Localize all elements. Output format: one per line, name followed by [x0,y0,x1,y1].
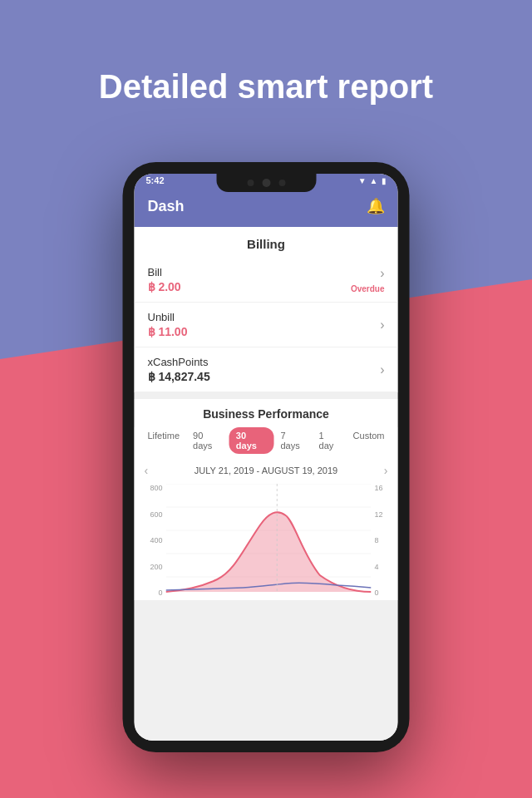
filter-1day[interactable]: 1 day [313,427,347,454]
phone-screen: 5:42 ▼ ▲ ▮ Dash 🔔 Billing Bill [135,174,398,741]
bill-item[interactable]: Bill ฿ 2.00 › Overdue [135,258,398,303]
app-header-row: Dash 🔔 [148,197,385,219]
xcashpoints-chevron: › [380,362,384,377]
bill-label: Bill [148,266,181,278]
y-right-8: 8 [375,536,379,544]
y-right-16: 16 [375,484,383,492]
camera-dot-left [247,180,254,186]
time-filters: Lifetime 90 days 30 days 7 days 1 day Cu… [135,427,398,461]
screen-content: Billing Bill ฿ 2.00 › Overdue Unbill [135,227,398,741]
y-left-200: 200 [150,563,162,571]
y-left-400: 400 [150,536,162,544]
overdue-badge: Overdue [351,284,385,293]
billing-title: Billing [135,227,398,258]
y-right-12: 12 [375,510,383,519]
xcashpoints-label: xCashPoints [148,356,210,368]
phone-frame: 5:42 ▼ ▲ ▮ Dash 🔔 Billing Bill [123,162,410,752]
unbill-item[interactable]: Unbill ฿ 11.00 › [135,303,398,347]
bill-item-right: › Overdue [351,266,385,293]
unbill-label: Unbill [148,311,188,323]
app-title: Dash [148,198,185,215]
filter-custom[interactable]: Custom [347,427,392,454]
unbill-item-left: Unbill ฿ 11.00 [148,311,188,338]
bill-value: ฿ 2.00 [148,280,181,293]
performance-title: Business Performance [135,399,398,427]
chart-area: 800 600 400 200 0 [135,480,398,600]
hero-title: Detailed smart report [0,66,532,106]
y-left-0: 0 [158,589,162,597]
battery-icon: ▮ [382,176,387,185]
bell-icon[interactable]: 🔔 [367,197,385,215]
filter-7days[interactable]: 7 days [273,427,312,454]
xcashpoints-item[interactable]: xCashPoints ฿ 14,827.45 › [135,347,398,392]
performance-section: Business Performance Lifetime 90 days 30… [135,399,398,600]
camera-dot-center [262,179,270,187]
xcashpoints-item-right: › [380,362,384,377]
unbill-item-right: › [380,318,384,332]
bill-chevron: › [380,266,384,281]
chart-svg [166,484,372,600]
camera-dot-right [278,180,285,186]
unbill-value: ฿ 11.00 [148,325,188,338]
y-right-0: 0 [375,589,379,597]
signal-icon: ▲ [370,176,378,185]
date-next[interactable]: › [384,464,388,477]
xcashpoints-value: ฿ 14,827.45 [148,370,210,383]
y-right-4: 4 [375,563,379,571]
xcashpoints-item-left: xCashPoints ฿ 14,827.45 [148,356,210,383]
y-left-600: 600 [150,510,162,519]
wifi-icon: ▼ [358,176,367,185]
filter-30days[interactable]: 30 days [229,427,274,454]
chart-y-right: 16 12 8 4 0 [375,484,390,600]
filter-lifetime[interactable]: Lifetime [141,427,187,454]
filter-90days[interactable]: 90 days [186,427,229,454]
chart-y-left: 800 600 400 200 0 [143,484,163,600]
phone-notch [216,174,316,192]
y-left-800: 800 [150,484,162,492]
bill-item-left: Bill ฿ 2.00 [148,266,181,293]
status-time: 5:42 [146,175,165,185]
date-range-text: JULY 21, 2019 - AUGUST 19, 2019 [148,466,384,475]
unbill-chevron: › [380,318,384,332]
date-range: ‹ JULY 21, 2019 - AUGUST 19, 2019 › [135,461,398,480]
status-icons: ▼ ▲ ▮ [358,176,387,185]
billing-section: Billing Bill ฿ 2.00 › Overdue Unbill [135,227,398,392]
app-header: Dash 🔔 [135,190,398,227]
chart-main [166,484,372,600]
